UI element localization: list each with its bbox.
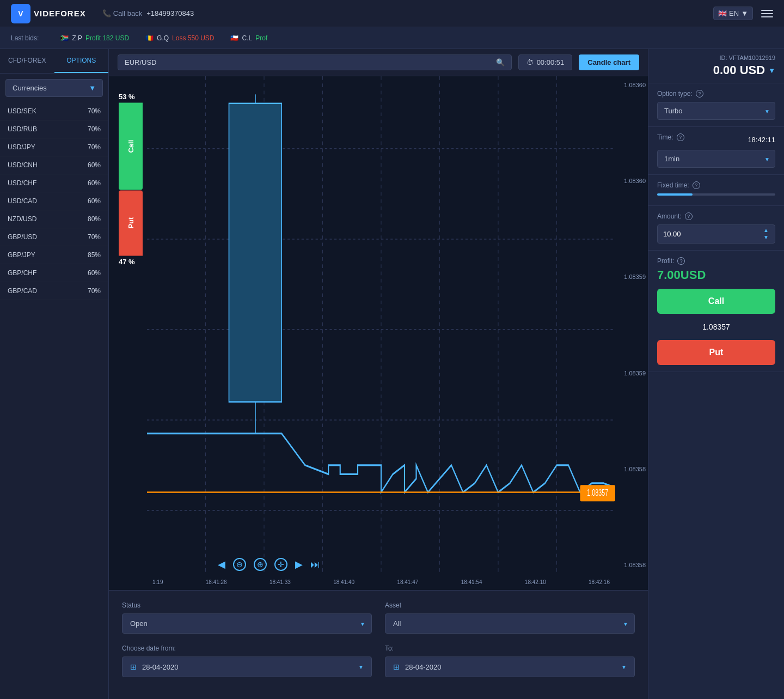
- hamburger-line: [761, 16, 773, 17]
- nav-skip-icon[interactable]: ⏭: [310, 559, 320, 570]
- nav-zoom-out-icon[interactable]: ⊖: [233, 558, 246, 571]
- header-right: 🇬🇧 EN ▼: [713, 7, 773, 20]
- timer-value: 00:00:51: [537, 58, 565, 66]
- put-button[interactable]: Put: [657, 340, 775, 365]
- currency-item-gbp-chf[interactable]: GBP/CHF 60%: [0, 264, 108, 282]
- time-label-4: 18:41:47: [397, 579, 418, 585]
- callback-link[interactable]: 📞 Call back: [102, 9, 142, 17]
- hamburger-line: [761, 10, 773, 11]
- chart-timeline: 1:19 18:41:26 18:41:33 18:41:40 18:41:47…: [147, 574, 615, 590]
- chevron-down-icon: ▼: [89, 84, 96, 92]
- nav-crosshair-icon[interactable]: ⊕: [254, 558, 267, 571]
- fixed-time-help-icon[interactable]: ?: [693, 181, 700, 189]
- time-label-1: 18:41:26: [206, 579, 227, 585]
- candle-chart-button[interactable]: Candle chart: [579, 54, 639, 70]
- date-to-select[interactable]: ⊞ 28-04-2020 ▼: [385, 657, 635, 677]
- currency-list: USD/SEK 70% USD/RUB 70% USD/JPY 70% USD/…: [0, 102, 108, 300]
- status-label: Status: [122, 601, 372, 609]
- currency-item-gbp-jpy[interactable]: GBP/JPY 85%: [0, 246, 108, 264]
- time-section: Time: ? 18:42:11 1min: [648, 127, 784, 175]
- pair-label: EUR/USD: [125, 58, 493, 66]
- profit-help-icon[interactable]: ?: [677, 257, 685, 265]
- time-option-select[interactable]: 1min: [657, 150, 775, 168]
- calendar-icon: ⊞: [393, 662, 400, 671]
- nav-zoom-in-icon[interactable]: ✛: [274, 558, 287, 571]
- logo-text: VIDEFOREX: [34, 9, 86, 18]
- time-label-7: 18:42:16: [589, 579, 610, 585]
- chart-area: 53 % Call Put 47 % 1.08360 1.08360 1.083…: [109, 76, 648, 590]
- option-type-select[interactable]: Turbo: [657, 102, 775, 120]
- currency-item-usd-cad[interactable]: USD/CAD 60%: [0, 192, 108, 210]
- put-bar: Put: [119, 190, 143, 256]
- chart-toolbar: EUR/USD 🔍 ⏱ 00:00:51 Candle chart: [109, 49, 648, 76]
- last-bids-label: Last bids:: [11, 34, 39, 42]
- date-row: Choose date from: ⊞ 28-04-2020 ▼ To: ⊞ 2…: [122, 645, 635, 677]
- currency-item-usd-cnh[interactable]: USD/CNH 60%: [0, 156, 108, 174]
- account-id: ID: VFTAM10012919: [657, 54, 775, 61]
- hamburger-menu[interactable]: [761, 10, 773, 17]
- date-from-select[interactable]: ⊞ 28-04-2020 ▼: [122, 657, 372, 677]
- option-type-label: Option type: ?: [657, 90, 775, 98]
- status-select[interactable]: Open: [122, 613, 372, 634]
- hamburger-line: [761, 13, 773, 14]
- currency-item-usd-jpy[interactable]: USD/JPY 70%: [0, 138, 108, 156]
- clock-icon: ⏱: [526, 58, 534, 66]
- balance-dropdown-arrow[interactable]: ▼: [768, 66, 775, 75]
- time-option-select-row: 1min: [657, 150, 775, 168]
- pair-selector[interactable]: EUR/USD 🔍: [118, 54, 512, 70]
- currency-item-nzd-usd[interactable]: NZD/USD 80%: [0, 210, 108, 228]
- search-icon[interactable]: 🔍: [496, 58, 505, 66]
- last-bids-bar: Last bids: 🇿🇦 Z.P Profit 182 USD 🇷🇴 G.Q …: [0, 27, 784, 49]
- asset-select[interactable]: All: [385, 613, 635, 634]
- time-help-icon[interactable]: ?: [677, 133, 684, 141]
- date-to-label: To:: [385, 645, 635, 652]
- price-label-1: 1.08360: [617, 82, 646, 88]
- nav-left-icon[interactable]: ◀: [218, 558, 225, 570]
- asset-col: Asset All: [385, 601, 635, 634]
- date-to-value: 28-04-2020: [405, 663, 621, 671]
- price-label-6: 1.08358: [617, 562, 646, 568]
- time-label-2: 18:41:33: [270, 579, 291, 585]
- status-col: Status Open: [122, 601, 372, 634]
- option-type-help-icon[interactable]: ?: [696, 90, 703, 98]
- price-label-3: 1.08359: [617, 273, 646, 280]
- date-from-col: Choose date from: ⊞ 28-04-2020 ▼: [122, 645, 372, 677]
- currency-item-usd-rub[interactable]: USD/RUB 70%: [0, 120, 108, 138]
- chart-timer: ⏱ 00:00:51: [518, 54, 573, 70]
- time-label: Time: ?: [657, 133, 684, 141]
- amount-decrement-btn[interactable]: ▼: [763, 234, 769, 241]
- price-labels: 1.08360 1.08360 1.08359 1.08359 1.08358 …: [615, 76, 648, 574]
- fixed-time-label: Fixed time: ?: [657, 181, 775, 189]
- account-info: ID: VFTAM10012919 0.00 USD ▼: [648, 49, 784, 83]
- tab-cfd-forex[interactable]: CFD/FOREX: [0, 49, 54, 73]
- amount-increment-btn[interactable]: ▲: [763, 227, 769, 234]
- header: V VIDEFOREX 📞 Call back +18499370843 🇬🇧 …: [0, 0, 784, 27]
- date-from-value: 28-04-2020: [142, 663, 358, 671]
- bid-profit-zp: Profit 182 USD: [85, 34, 129, 42]
- amount-row: 10.00 ▲ ▼: [657, 224, 775, 244]
- tab-options[interactable]: OPTIONS: [54, 49, 109, 73]
- svg-rect-12: [229, 104, 282, 402]
- header-phone: 📞 Call back +18499370843: [102, 9, 194, 17]
- time-label-3: 18:41:40: [333, 579, 354, 585]
- price-label-5: 1.08358: [617, 466, 646, 472]
- lang-selector[interactable]: 🇬🇧 EN ▼: [713, 7, 753, 20]
- currency-item-usd-sek[interactable]: USD/SEK 70%: [0, 102, 108, 120]
- svg-text:1.08357: 1.08357: [587, 488, 608, 498]
- currency-item-gbp-usd[interactable]: GBP/USD 70%: [0, 228, 108, 246]
- currency-item-gbp-cad[interactable]: GBP/CAD 70%: [0, 282, 108, 300]
- currency-item-usd-chf[interactable]: USD/CHF 60%: [0, 174, 108, 192]
- currencies-dropdown[interactable]: Currencies ▼: [5, 79, 103, 97]
- asset-select-row: All: [385, 613, 635, 634]
- time-label-5: 18:41:54: [461, 579, 482, 585]
- status-select-row: Open: [122, 613, 372, 634]
- lang-value: EN: [729, 9, 739, 17]
- currencies-label: Currencies: [13, 84, 47, 92]
- put-pct-label: 47 %: [119, 258, 143, 266]
- nav-right-icon[interactable]: ▶: [295, 558, 303, 570]
- bid-item-cl: 🇨🇱 C.L Prof: [230, 34, 267, 42]
- call-button[interactable]: Call: [657, 289, 775, 314]
- amount-help-icon[interactable]: ?: [685, 212, 693, 220]
- flag-cl: 🇨🇱: [230, 34, 238, 42]
- bottom-section: Status Open Asset All: [109, 590, 648, 699]
